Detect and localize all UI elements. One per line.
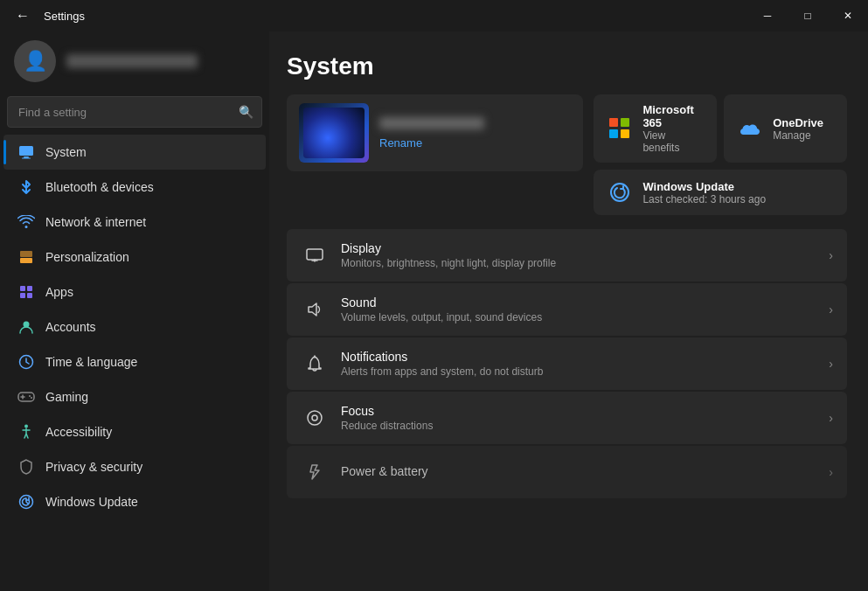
ms365-icon [606, 115, 634, 143]
settings-item-sound[interactable]: Sound Volume levels, output, input, soun… [287, 283, 847, 336]
sidebar-item-accounts[interactable]: Accounts [3, 309, 266, 344]
nav-list: System Bluetooth & devices [0, 135, 269, 584]
device-name [379, 117, 484, 129]
notifications-chevron: › [829, 357, 833, 371]
device-thumbnail [299, 103, 369, 163]
onedrive-subtitle[interactable]: Manage [773, 129, 823, 142]
ms365-title: Microsoft 365 [642, 103, 705, 129]
wifi-icon [17, 213, 35, 231]
top-cards-row: Rename [287, 94, 847, 215]
user-name [66, 54, 198, 68]
sidebar-item-accessibility[interactable]: Accessibility [3, 414, 266, 449]
app-body: 👤 🔍 System [0, 31, 868, 591]
settings-item-display[interactable]: Display Monitors, brightness, night ligh… [287, 229, 847, 282]
focus-title: Focus [341, 404, 829, 418]
accounts-icon [17, 318, 35, 336]
focus-icon [301, 404, 329, 432]
display-chevron: › [829, 248, 833, 262]
app-title: Settings [44, 10, 85, 23]
notifications-sub: Alerts from apps and system, do not dist… [341, 365, 829, 378]
sidebar-label-accounts: Accounts [45, 320, 96, 334]
maximize-button[interactable]: □ [788, 0, 828, 31]
sidebar-label-windows-update: Windows Update [45, 495, 138, 509]
window-controls: ─ □ ✕ [747, 0, 868, 31]
svg-point-16 [24, 425, 28, 428]
svg-rect-8 [27, 293, 32, 298]
privacy-icon [17, 458, 35, 476]
sidebar: 👤 🔍 System [0, 31, 269, 591]
settings-list: Display Monitors, brightness, night ligh… [287, 229, 847, 498]
notifications-icon [301, 350, 329, 378]
onedrive-text: OneDrive Manage [773, 116, 823, 142]
sound-sub: Volume levels, output, input, sound devi… [341, 311, 829, 323]
page-title: System [287, 52, 847, 80]
ms365-card[interactable]: Microsoft 365 View benefits [594, 94, 717, 163]
device-card: Rename [287, 94, 583, 171]
bluetooth-icon [17, 178, 35, 196]
sidebar-item-apps[interactable]: Apps ← [3, 275, 266, 309]
sidebar-item-system[interactable]: System [3, 135, 266, 170]
display-icon [301, 241, 329, 269]
settings-item-focus[interactable]: Focus Reduce distractions › [287, 392, 847, 444]
focus-text: Focus Reduce distractions [341, 404, 829, 432]
svg-rect-7 [20, 293, 25, 298]
ms365-onedrive-row: Microsoft 365 View benefits OneDrive [594, 94, 847, 163]
device-thumbnail-inner [303, 108, 365, 158]
user-section: 👤 [0, 31, 269, 96]
sidebar-label-privacy: Privacy & security [45, 460, 142, 474]
win-update-subtitle: Last checked: 3 hours ago [642, 193, 766, 205]
rename-link[interactable]: Rename [379, 136, 484, 149]
settings-item-notifications[interactable]: Notifications Alerts from apps and syste… [287, 337, 847, 390]
windows-update-card[interactable]: Windows Update Last checked: 3 hours ago [594, 170, 847, 215]
onedrive-card[interactable]: OneDrive Manage [724, 94, 847, 163]
svg-rect-3 [20, 258, 32, 263]
win-update-text: Windows Update Last checked: 3 hours ago [642, 180, 766, 205]
device-info: Rename [379, 117, 484, 149]
power-text: Power & battery [341, 464, 829, 480]
accessibility-icon [17, 423, 35, 441]
display-text: Display Monitors, brightness, night ligh… [341, 241, 829, 269]
sound-title: Sound [341, 296, 829, 309]
win-update-title: Windows Update [642, 180, 766, 193]
sidebar-item-personalization[interactable]: Personalization [3, 240, 266, 275]
svg-point-15 [31, 397, 32, 399]
sidebar-item-time[interactable]: Time & language [3, 344, 266, 379]
display-title: Display [341, 241, 829, 255]
system-icon [17, 143, 35, 161]
sidebar-label-time: Time & language [45, 355, 137, 369]
gaming-icon [17, 388, 35, 406]
sidebar-item-gaming[interactable]: Gaming [3, 379, 266, 414]
search-icon: 🔍 [239, 105, 253, 119]
side-cards: Microsoft 365 View benefits OneDrive [594, 94, 847, 215]
ms365-subtitle[interactable]: View benefits [642, 129, 705, 154]
sidebar-label-apps: Apps [45, 285, 73, 299]
back-button[interactable]: ← [10, 3, 35, 28]
close-button[interactable]: ✕ [828, 0, 868, 31]
svg-rect-2 [22, 158, 31, 159]
svg-point-14 [29, 395, 31, 397]
apps-icon [17, 283, 35, 301]
search-input[interactable] [7, 96, 262, 128]
svg-rect-5 [20, 286, 25, 291]
svg-point-23 [308, 411, 322, 425]
windows-update-icon [17, 493, 35, 511]
sidebar-label-system: System [45, 145, 87, 159]
sidebar-item-privacy[interactable]: Privacy & security [3, 449, 266, 484]
title-bar-left: ← Settings [10, 3, 85, 28]
sidebar-label-personalization: Personalization [45, 250, 129, 264]
personalization-icon [17, 248, 35, 266]
sidebar-item-windows-update[interactable]: Windows Update [3, 484, 266, 519]
onedrive-title: OneDrive [773, 116, 823, 129]
sidebar-item-bluetooth[interactable]: Bluetooth & devices [3, 170, 266, 205]
svg-point-24 [312, 415, 317, 421]
focus-sub: Reduce distractions [341, 420, 829, 432]
sidebar-label-bluetooth: Bluetooth & devices [45, 180, 154, 194]
svg-rect-0 [19, 146, 33, 156]
sidebar-label-network: Network & internet [45, 215, 146, 229]
sidebar-item-network[interactable]: Network & internet [3, 205, 266, 240]
notifications-text: Notifications Alerts from apps and syste… [341, 350, 829, 378]
power-icon [301, 458, 329, 486]
settings-item-power[interactable]: Power & battery › [287, 446, 847, 498]
svg-rect-4 [20, 251, 32, 257]
minimize-button[interactable]: ─ [747, 0, 788, 31]
